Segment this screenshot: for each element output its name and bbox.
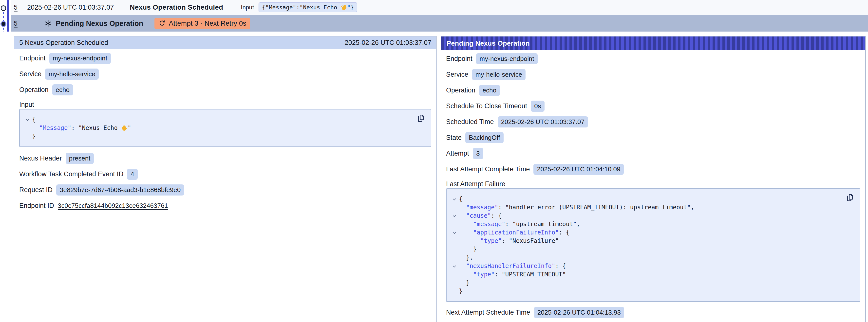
field-row: Endpointmy-nexus-endpoint	[446, 53, 860, 64]
json-text	[459, 229, 473, 236]
json-text: }	[459, 288, 462, 295]
code-line: }	[450, 245, 843, 254]
temporal-event-history-screen: 5 2025-02-26 UTC 01:03:37.07 Nexus Opera…	[0, 0, 868, 322]
code-line: {	[23, 116, 413, 124]
chevron-down-icon[interactable]	[450, 195, 459, 203]
json-text: : {	[559, 229, 569, 236]
field-label: Scheduled Time	[446, 118, 494, 126]
attempt-retry-badge: Attempt 3 · Next Retry 0s	[154, 18, 250, 29]
json-text: {	[459, 195, 462, 202]
timeline-node-scheduled-icon[interactable]	[1, 5, 6, 11]
waving-hand-emoji	[121, 125, 128, 131]
json-text: }	[32, 133, 35, 140]
json-text: : "NexusFailure"	[502, 237, 559, 244]
copy-icon[interactable]	[415, 113, 426, 124]
chevron-down-icon[interactable]	[450, 228, 459, 237]
field-label: Endpoint	[19, 55, 45, 62]
pending-operation-title: Pending Nexus Operation	[56, 20, 143, 28]
field-row: Request ID3e829b7e-7d67-4b08-aad3-b1e868…	[19, 185, 431, 195]
event-row-pending-nexus-operation[interactable]: 5 Pending Nexus Operation Attempt 3 · Ne…	[11, 15, 868, 32]
field-row: Schedule To Close Timeout0s	[446, 101, 860, 112]
field-row: Last Attempt Complete Time2025-02-26 UTC…	[446, 164, 860, 175]
json-text	[459, 221, 473, 228]
panel-title: 5 Nexus Operation Scheduled	[19, 39, 108, 46]
field-value-badge: my-hello-service	[45, 68, 99, 79]
json-text	[459, 237, 480, 244]
json-text: : "Nexus Echo "	[71, 125, 131, 131]
json-key: "type"	[473, 271, 495, 278]
field-group: Nexus HeaderpresentWorkflow Task Complet…	[19, 153, 431, 211]
code-line: "message": "handler error (UPSTREAM_TIME…	[450, 203, 843, 212]
field-group: Endpointmy-nexus-endpointServicemy-hello…	[446, 53, 860, 175]
field-row: Workflow Task Completed Event ID4	[19, 169, 431, 180]
chevron-down-icon[interactable]	[450, 262, 459, 270]
chevron-down-icon[interactable]	[450, 212, 459, 220]
field-row: Servicemy-hello-service	[446, 69, 860, 80]
failure-section-label: Last Attempt Failure	[446, 180, 860, 188]
selection-indicator-bar	[7, 0, 9, 32]
json-key: "message"	[473, 221, 505, 228]
event-id-link[interactable]: 5	[14, 20, 18, 27]
field-value-badge: echo	[479, 85, 500, 96]
timeline-connector	[3, 28, 4, 32]
timeline-node-current-icon[interactable]	[1, 22, 5, 26]
json-key: "Message"	[39, 125, 71, 131]
field-row: Endpoint ID3c0c75ccfa8144b092c13ce632463…	[19, 200, 431, 211]
field-label: Workflow Task Completed Event ID	[19, 170, 123, 178]
field-row: Attempt3	[446, 148, 860, 159]
field-value-badge: 3	[473, 148, 483, 159]
event-row-nexus-operation-scheduled[interactable]: 5 2025-02-26 UTC 01:03:37.07 Nexus Opera…	[11, 0, 868, 15]
json-text	[459, 204, 466, 211]
field-value-badge: 2025-02-26 UTC 01:04:13.93	[534, 307, 624, 318]
code-line: }	[450, 279, 843, 287]
field-value-link[interactable]: 3c0c75ccfa8144b092c13ce632463761	[58, 202, 168, 210]
field-value-badge: 4	[127, 169, 137, 180]
json-key: "type"	[480, 237, 502, 244]
event-detail-panel-header: 5 Nexus Operation Scheduled 2025-02-26 U…	[14, 36, 436, 49]
event-id-link[interactable]: 5	[14, 4, 18, 11]
pending-operation-panel-header: Pending Nexus Operation	[441, 36, 865, 50]
field-label: Service	[19, 70, 41, 78]
field-label: Endpoint	[446, 55, 472, 63]
field-value-badge: my-nexus-endpoint	[476, 53, 538, 64]
json-text: {	[32, 116, 35, 123]
field-value-badge: 2025-02-26 UTC 01:03:37.07	[498, 117, 588, 127]
copy-icon[interactable]	[844, 192, 856, 204]
field-value-badge: 2025-02-26 UTC 01:04:10.09	[533, 164, 624, 175]
field-label: Last Attempt Complete Time	[446, 165, 530, 173]
pending-asterisk-icon	[44, 20, 52, 27]
json-text	[459, 271, 473, 278]
event-input-preview-badge[interactable]: {"Message":"Nexus Echo "}	[258, 2, 357, 12]
code-line: "message": "upstream timeout",	[450, 220, 843, 228]
field-row: Scheduled Time2025-02-26 UTC 01:03:37.07	[446, 117, 860, 127]
json-text: : "handler error (UPSTREAM_TIMEOUT): ups…	[498, 204, 694, 211]
input-code-block: { "Message": "Nexus Echo "}	[19, 109, 431, 147]
field-value-badge: my-nexus-endpoint	[49, 53, 111, 64]
code-line: }	[23, 132, 413, 140]
pending-operation-panel: Pending Nexus Operation Endpointmy-nexus…	[441, 36, 866, 322]
json-key: "message"	[466, 204, 498, 211]
code-gutter	[450, 270, 459, 279]
field-label: Schedule To Close Timeout	[446, 102, 527, 110]
event-timestamp: 2025-02-26 UTC 01:03:37.07	[27, 4, 114, 11]
field-row: StateBackingOff	[446, 132, 860, 143]
attempt-retry-text: Attempt 3 · Next Retry 0s	[169, 20, 246, 27]
field-row: Endpointmy-nexus-endpoint	[19, 53, 431, 64]
field-label: Endpoint ID	[19, 202, 54, 210]
event-title: Nexus Operation Scheduled	[130, 3, 223, 11]
field-row: Operationecho	[19, 84, 431, 95]
field-label: Operation	[446, 87, 475, 94]
code-gutter	[450, 287, 459, 295]
chevron-down-icon[interactable]	[23, 116, 32, 124]
field-row: Nexus Headerpresent	[19, 153, 431, 164]
code-gutter	[450, 220, 459, 228]
event-detail-panel: 5 Nexus Operation Scheduled 2025-02-26 U…	[14, 36, 437, 322]
retry-icon	[158, 20, 166, 27]
field-row: Operationecho	[446, 85, 860, 96]
json-text	[32, 125, 39, 131]
json-text: : "upstream timeout",	[505, 221, 580, 228]
field-value-badge: BackingOff	[465, 132, 503, 143]
code-line: "Message": "Nexus Echo "	[23, 124, 413, 132]
failure-code-block: { "message": "handler error (UPSTREAM_TI…	[446, 188, 860, 302]
code-gutter	[450, 279, 459, 287]
